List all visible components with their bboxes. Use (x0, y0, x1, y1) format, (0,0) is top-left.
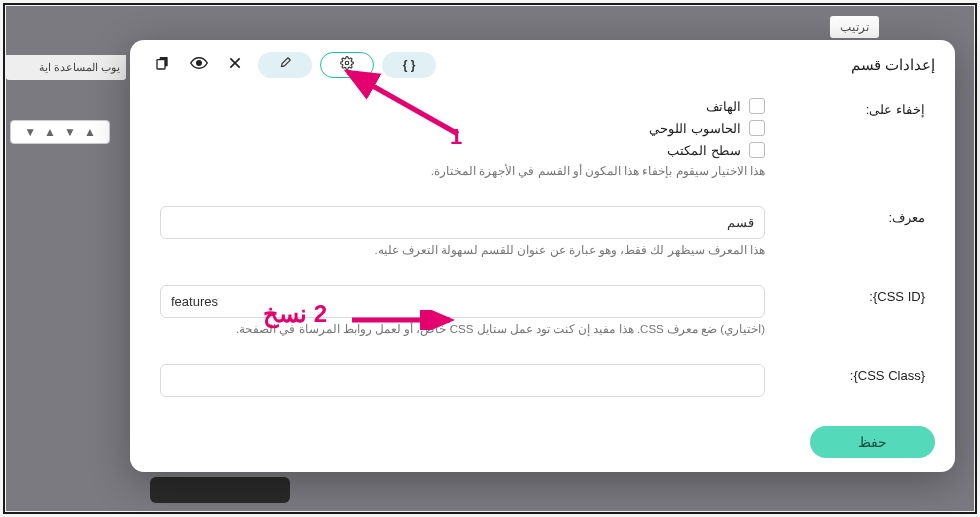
header-left-actions (150, 52, 248, 78)
eye-icon (190, 54, 208, 76)
row-css-class: {CSS Class}: (160, 358, 925, 403)
bg-sort-label: ترتيب (830, 16, 879, 38)
visibility-button[interactable] (186, 52, 212, 78)
modal-footer: حفظ (130, 416, 955, 472)
tab-group: { } (258, 52, 436, 78)
copy-icon (155, 55, 171, 75)
css-id-label: {CSS ID}: (765, 285, 925, 304)
checkbox-icon (749, 98, 765, 114)
hide-on-label: إخفاء على: (765, 98, 925, 117)
row-hide-on: إخفاء على: الهاتف الحاسوب اللوحي سطح الم… (160, 92, 925, 184)
svg-point-0 (345, 61, 349, 65)
css-id-input[interactable] (160, 285, 765, 318)
tab-code[interactable]: { } (382, 52, 436, 78)
hide-on-desktop[interactable]: سطح المكتب (160, 142, 765, 158)
svg-point-3 (197, 61, 202, 66)
hide-on-tablet[interactable]: الحاسوب اللوحي (160, 120, 765, 136)
css-class-input[interactable] (160, 364, 765, 397)
modal-header: إعدادات قسم { } (130, 40, 955, 86)
bg-bottom-toolbar (150, 477, 290, 503)
hide-on-help: هذا الاختيار سيقوم بإخفاء هذا المكون أو … (160, 164, 765, 178)
option-label: سطح المكتب (667, 143, 741, 158)
css-id-help: (اختياري) ضع معرف CSS. هذا مفيد إن كنت ت… (160, 322, 765, 336)
row-css-id: {CSS ID}: (اختياري) ضع معرف CSS. هذا مفي… (160, 279, 925, 342)
brush-icon (278, 56, 292, 74)
checkbox-icon (749, 142, 765, 158)
option-label: الحاسوب اللوحي (649, 121, 741, 136)
identifier-label: معرف: (765, 206, 925, 225)
modal-title: إعدادات قسم (851, 56, 935, 74)
bg-help-snippet: يوب المساعدة اية (6, 55, 126, 80)
duplicate-button[interactable] (150, 52, 176, 78)
close-button[interactable] (222, 52, 248, 78)
row-identifier: معرف: هذا المعرف سيظهر لك فقط، وهو عبارة… (160, 200, 925, 263)
option-label: الهاتف (706, 99, 741, 114)
hide-on-phone[interactable]: الهاتف (160, 98, 765, 114)
section-settings-modal: إعدادات قسم { } (130, 40, 955, 472)
tab-settings[interactable] (320, 52, 374, 78)
identifier-help: هذا المعرف سيظهر لك فقط، وهو عبارة عن عن… (160, 243, 765, 257)
svg-rect-2 (157, 60, 165, 69)
checkbox-icon (749, 120, 765, 136)
code-braces-icon: { } (403, 58, 416, 72)
save-button[interactable]: حفظ (810, 426, 935, 458)
identifier-input[interactable] (160, 206, 765, 239)
gear-icon (340, 56, 354, 74)
modal-body: إخفاء على: الهاتف الحاسوب اللوحي سطح الم… (130, 86, 955, 418)
css-class-label: {CSS Class}: (765, 364, 925, 383)
close-icon (227, 55, 243, 75)
bg-arrow-buttons: ▲▼▲▼ (10, 120, 110, 144)
tab-design[interactable] (258, 52, 312, 78)
